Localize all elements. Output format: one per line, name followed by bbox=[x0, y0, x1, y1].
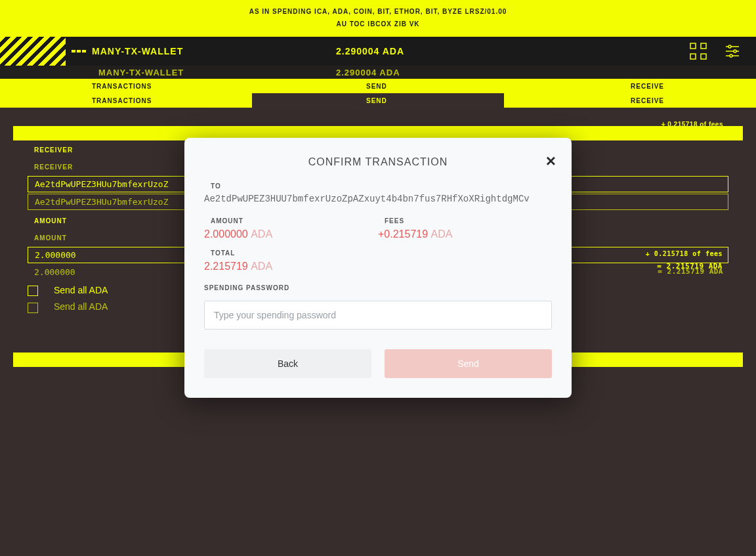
close-icon[interactable]: × bbox=[546, 152, 556, 169]
amount-fees-row: AMOUNT 2.000000 ADA FEES +0.215719 ADA bbox=[204, 217, 552, 240]
total-block: TOTAL 2.215719 ADA bbox=[204, 249, 552, 272]
modal-fees-label: FEES bbox=[385, 217, 552, 225]
back-button[interactable]: Back bbox=[204, 349, 371, 378]
to-label: TO bbox=[211, 182, 552, 190]
total-num: 2.215719 bbox=[204, 261, 248, 272]
total-cur: ADA bbox=[251, 261, 272, 272]
amount-cur: ADA bbox=[251, 228, 272, 240]
modal-amount-label: AMOUNT bbox=[211, 217, 378, 225]
modal-buttons: Back Send bbox=[204, 349, 552, 378]
password-label: SPENDING PASSWORD bbox=[204, 284, 552, 291]
modal-fees-value: +0.215719 ADA bbox=[378, 228, 552, 240]
modal-title: CONFIRM TRANSACTION bbox=[204, 156, 552, 168]
modal-overlay: CONFIRM TRANSACTION × TO Ae2tdPwUPEZ3HUU… bbox=[0, 0, 756, 556]
amount-num: 2.000000 bbox=[204, 228, 248, 240]
send-button[interactable]: Send bbox=[385, 349, 552, 378]
fees-cur: ADA bbox=[431, 228, 453, 240]
modal-total-value: 2.215719 ADA bbox=[204, 261, 552, 272]
confirm-transaction-modal: CONFIRM TRANSACTION × TO Ae2tdPwUPEZ3HUU… bbox=[184, 138, 572, 398]
modal-amount-value: 2.000000 ADA bbox=[204, 228, 378, 240]
to-address: Ae2tdPwUPEZ3HUU7bmfexrUzoZpAZxuyt4b4bn7f… bbox=[204, 194, 552, 204]
fees-num: +0.215719 bbox=[378, 228, 428, 240]
spending-password-input[interactable] bbox=[204, 301, 552, 330]
amount-col: AMOUNT 2.000000 ADA bbox=[204, 217, 378, 240]
modal-total-label: TOTAL bbox=[211, 249, 552, 257]
fees-col: FEES +0.215719 ADA bbox=[378, 217, 552, 240]
